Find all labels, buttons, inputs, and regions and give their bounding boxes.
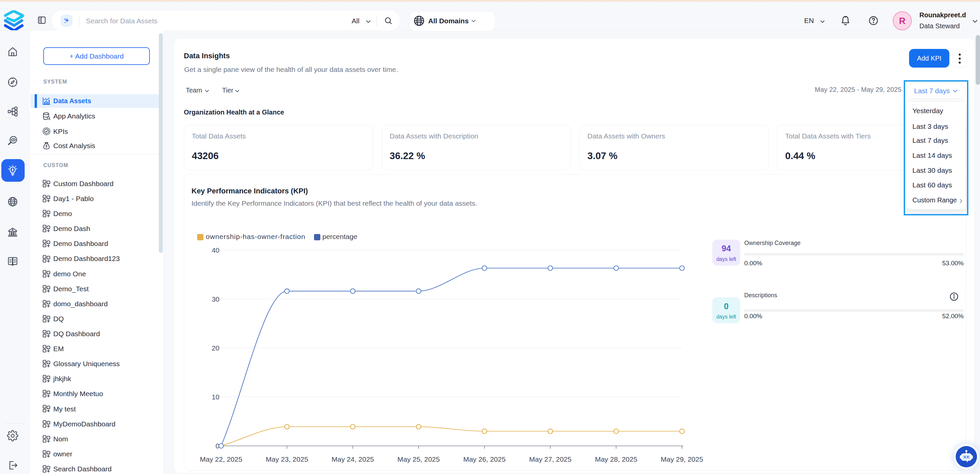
svg-text:May 25, 2025: May 25, 2025 — [397, 455, 439, 463]
svg-text:30: 30 — [212, 295, 220, 303]
svg-text:May 24, 2025: May 24, 2025 — [332, 455, 374, 463]
svg-text:May 28, 2025: May 28, 2025 — [595, 455, 637, 463]
svg-text:40: 40 — [212, 247, 220, 254]
svg-text:May 26, 2025: May 26, 2025 — [463, 455, 506, 463]
svg-text:May 22, 2025: May 22, 2025 — [200, 455, 242, 463]
svg-text:May 29, 2025: May 29, 2025 — [661, 455, 703, 463]
svg-text:May 27, 2025: May 27, 2025 — [529, 455, 571, 463]
svg-text:May 23, 2025: May 23, 2025 — [266, 455, 308, 463]
svg-text:20: 20 — [212, 344, 220, 352]
svg-text:10: 10 — [212, 393, 220, 401]
